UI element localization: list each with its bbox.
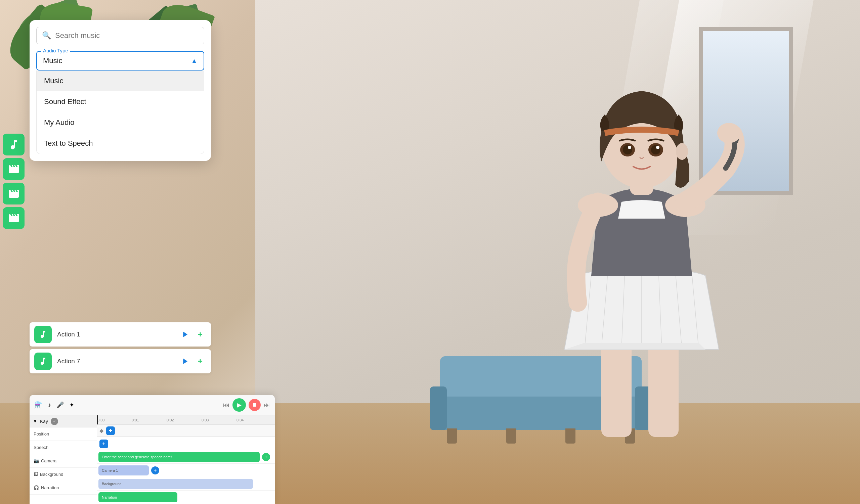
ruler-4: 0:04: [236, 418, 244, 422]
camera-add-button[interactable]: +: [151, 466, 159, 474]
action-add-btn-2[interactable]: +: [194, 355, 206, 367]
camera-icon: 📷: [33, 458, 39, 463]
play-icon-2: [180, 357, 189, 366]
track-label-position: Position: [30, 427, 97, 441]
sidebar-btn-2[interactable]: [3, 158, 25, 180]
track-content-column: 0:00 0:01 0:02 0:03 0:04 ◆ + +: [97, 415, 275, 504]
film-icon-2: [8, 188, 20, 200]
track-camera-content[interactable]: Camera 1 +: [97, 464, 275, 477]
film-icon-3: [8, 212, 20, 224]
action-items-list: Action 1 + Action 7 +: [30, 134, 211, 376]
background-block[interactable]: Background: [98, 479, 253, 489]
action-icon-2: [34, 353, 52, 370]
filter-icon[interactable]: ⚗️: [34, 401, 43, 409]
audio-type-wrapper: Audio Type Music ▲: [36, 51, 204, 71]
stop-button[interactable]: ⏹: [248, 399, 261, 411]
character-row: ▼ Kay ✓: [30, 415, 97, 427]
action-label-2: Action 7: [57, 358, 179, 365]
playback-controls: ⏮ ▶ ⏹ ⏭: [223, 398, 270, 412]
action-play-btn-2[interactable]: [179, 355, 191, 367]
play-button[interactable]: ▶: [232, 398, 246, 412]
svg-point-20: [717, 123, 741, 143]
brightness-icon[interactable]: ✦: [69, 401, 74, 409]
option-sound-effect[interactable]: Sound Effect: [37, 91, 204, 112]
timeline-tools: ⚗️ ♪ 🎤 ✦: [34, 401, 223, 409]
search-bar[interactable]: 🔍: [36, 27, 204, 44]
svg-point-19: [676, 143, 688, 160]
camera-block-text: Camera 1: [102, 469, 118, 472]
character-name: Kay: [40, 419, 48, 424]
option-music[interactable]: Music: [37, 71, 204, 91]
narration-icon: 🎧: [33, 485, 39, 490]
sidebar: [0, 131, 29, 232]
action-label-1: Action 1: [57, 331, 179, 338]
track-position-content[interactable]: +: [97, 437, 275, 450]
ruler-1: 0:01: [132, 418, 139, 422]
ruler-0: 0:00: [97, 418, 104, 422]
action-music-icon-1: [38, 330, 48, 339]
track-label-narration: 🎧 Narration: [30, 481, 97, 494]
option-my-audio[interactable]: My Audio: [37, 112, 204, 133]
background-block-text: Background: [102, 482, 121, 486]
svg-rect-1: [648, 343, 678, 437]
timeline-panel: ⚗️ ♪ 🎤 ✦ ⏮ ▶ ⏹ ⏭ ▼ Kay ✓ Position: [30, 395, 275, 504]
ruler-2: 0:02: [167, 418, 174, 422]
timeline-toolbar: ⚗️ ♪ 🎤 ✦ ⏮ ▶ ⏹ ⏭: [30, 395, 275, 415]
audio-dropdown-panel: 🔍 Audio Type Music ▲ Music Sound Effect …: [30, 20, 211, 161]
track-label-background: 🖼 Background: [30, 468, 97, 481]
character-avatar: ✓: [51, 418, 58, 425]
audio-type-selected-value: Music: [43, 56, 62, 65]
kay-track-controls: ◆ +: [97, 425, 275, 437]
svg-rect-0: [601, 343, 632, 437]
action-icon-1: [34, 326, 52, 343]
action-music-icon-2: [38, 357, 48, 366]
music-timeline-icon[interactable]: ♪: [48, 402, 51, 409]
ruler-3: 0:03: [202, 418, 209, 422]
track-label-camera: 📷 Camera: [30, 454, 97, 468]
action-item-1: Action 1 +: [30, 322, 211, 346]
track-label-speech: Speech: [30, 441, 97, 454]
expand-icon[interactable]: ▼: [33, 419, 37, 424]
key-diamond-icon: ◆: [99, 427, 103, 434]
narration-block[interactable]: Narration: [98, 492, 177, 502]
background-icon: 🖼: [33, 472, 38, 477]
track-background-content[interactable]: Background: [97, 477, 275, 491]
track-speech-content[interactable]: Enter the script and generate speech her…: [97, 450, 275, 464]
speech-block[interactable]: Enter the script and generate speech her…: [98, 452, 260, 462]
timeline-ruler: 0:00 0:01 0:02 0:03 0:04: [97, 415, 275, 425]
position-add-button[interactable]: +: [99, 440, 108, 448]
audio-type-options-list: Music Sound Effect My Audio Text to Spee…: [36, 71, 204, 154]
playhead[interactable]: [97, 415, 98, 425]
track-labels-column: ▼ Kay ✓ Position Speech 📷 Camera 🖼: [30, 415, 97, 504]
audio-type-label: Audio Type: [41, 48, 70, 54]
action-item-2: Action 7 +: [30, 349, 211, 373]
search-icon: 🔍: [42, 31, 51, 40]
track-narration-content[interactable]: Narration: [97, 491, 275, 504]
action-play-btn-1[interactable]: [179, 328, 191, 340]
sidebar-btn-4[interactable]: [3, 207, 25, 229]
speech-add-button[interactable]: +: [262, 453, 270, 461]
sidebar-btn-1[interactable]: [3, 134, 25, 155]
film-icon-1: [8, 163, 20, 175]
camera-block[interactable]: Camera 1: [98, 465, 149, 475]
speech-block-text: Enter the script and generate speech her…: [102, 455, 172, 459]
audio-type-dropdown-trigger[interactable]: Music ▲: [37, 52, 204, 70]
svg-point-17: [628, 146, 631, 149]
anime-character: [524, 74, 759, 444]
skip-back-button[interactable]: ⏮: [223, 401, 230, 409]
narration-block-text: Narration: [102, 495, 117, 499]
skip-forward-button[interactable]: ⏭: [263, 401, 270, 409]
svg-point-18: [656, 146, 659, 149]
timeline-body: ▼ Kay ✓ Position Speech 📷 Camera 🖼: [30, 415, 275, 504]
music-note-icon: [8, 139, 20, 151]
kay-add-button[interactable]: +: [106, 427, 115, 435]
search-input[interactable]: [55, 31, 199, 40]
chevron-up-icon: ▲: [191, 57, 198, 65]
play-icon-1: [180, 330, 189, 339]
mic-icon[interactable]: 🎤: [56, 401, 64, 409]
option-text-to-speech[interactable]: Text to Speech: [37, 133, 204, 154]
action-add-btn-1[interactable]: +: [194, 328, 206, 340]
sidebar-btn-3[interactable]: [3, 183, 25, 205]
